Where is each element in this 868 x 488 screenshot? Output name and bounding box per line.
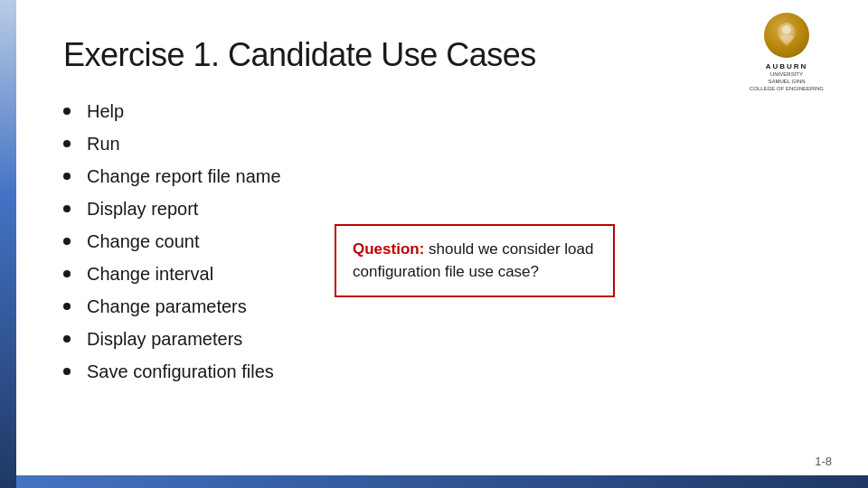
bullet-dot-0 — [63, 108, 71, 115]
bullet-item-7: Display parameters — [63, 327, 832, 351]
question-box: Question: should we consider load config… — [335, 224, 615, 297]
bullet-dot-6 — [63, 303, 71, 310]
bullet-dot-1 — [63, 140, 71, 147]
bullet-dot-3 — [63, 205, 71, 212]
bullet-dot-2 — [63, 173, 71, 180]
bullet-text-4: Change count — [87, 230, 200, 253]
bullet-dot-5 — [63, 270, 71, 277]
bottom-accent-bar — [16, 475, 868, 488]
question-label: Question: — [353, 240, 424, 258]
bullet-text-1: Run — [87, 132, 120, 155]
bullet-item-1: Run — [63, 132, 832, 155]
bullet-text-2: Change report file name — [87, 164, 281, 188]
slide-title: Exercise 1. Candidate Use Cases — [63, 36, 832, 74]
bullet-item-6: Change parameters — [63, 295, 832, 318]
bullet-text-6: Change parameters — [87, 295, 247, 318]
bullet-dot-4 — [63, 238, 71, 245]
bullet-dot-8 — [63, 368, 71, 375]
question-box-text: Question: should we consider load config… — [353, 239, 597, 283]
bullet-text-3: Display report — [87, 197, 198, 221]
page-number: 1-8 — [815, 455, 832, 468]
bullet-item-3: Display report — [63, 197, 832, 221]
left-accent-bar — [0, 0, 16, 488]
bullet-item-0: Help — [63, 99, 832, 123]
bullet-text-8: Save configuration files — [87, 360, 274, 383]
bullet-item-2: Change report file name — [63, 164, 832, 188]
bullet-text-7: Display parameters — [87, 327, 242, 351]
bullet-text-0: Help — [87, 99, 124, 123]
bullet-text-5: Change interval — [87, 262, 213, 286]
bullet-item-8: Save configuration files — [63, 360, 832, 383]
bullet-dot-7 — [63, 335, 71, 343]
